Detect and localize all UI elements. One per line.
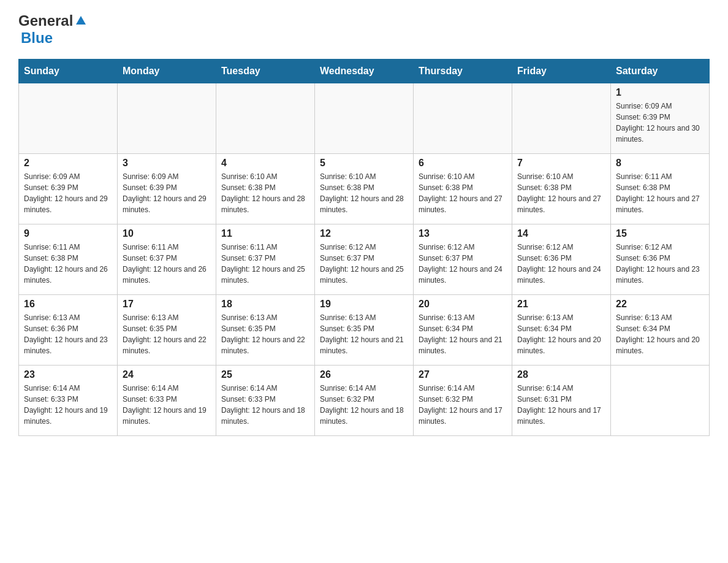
calendar-cell: 8Sunrise: 6:11 AMSunset: 6:38 PMDaylight…	[611, 154, 710, 224]
calendar-cell	[611, 366, 710, 436]
day-info: Sunrise: 6:12 AMSunset: 6:37 PMDaylight:…	[419, 242, 507, 286]
day-number: 12	[320, 228, 408, 239]
day-info: Sunrise: 6:10 AMSunset: 6:38 PMDaylight:…	[419, 171, 507, 215]
day-info: Sunrise: 6:13 AMSunset: 6:35 PMDaylight:…	[221, 312, 309, 356]
day-info: Sunrise: 6:11 AMSunset: 6:38 PMDaylight:…	[616, 171, 704, 215]
calendar-cell	[315, 83, 414, 154]
day-number: 9	[24, 228, 112, 239]
day-info: Sunrise: 6:12 AMSunset: 6:37 PMDaylight:…	[320, 242, 408, 286]
day-info: Sunrise: 6:11 AMSunset: 6:37 PMDaylight:…	[221, 242, 309, 286]
calendar-cell: 16Sunrise: 6:13 AMSunset: 6:36 PMDayligh…	[19, 295, 118, 366]
calendar-cell: 25Sunrise: 6:14 AMSunset: 6:33 PMDayligh…	[216, 366, 315, 436]
calendar-cell: 11Sunrise: 6:11 AMSunset: 6:37 PMDayligh…	[216, 224, 315, 295]
day-number: 28	[517, 369, 605, 380]
calendar-cell: 26Sunrise: 6:14 AMSunset: 6:32 PMDayligh…	[315, 366, 414, 436]
day-info: Sunrise: 6:14 AMSunset: 6:32 PMDaylight:…	[419, 383, 507, 427]
header-monday: Monday	[118, 59, 216, 83]
day-info: Sunrise: 6:12 AMSunset: 6:36 PMDaylight:…	[616, 242, 704, 286]
calendar-cell: 28Sunrise: 6:14 AMSunset: 6:31 PMDayligh…	[512, 366, 611, 436]
day-info: Sunrise: 6:14 AMSunset: 6:33 PMDaylight:…	[24, 383, 112, 427]
day-number: 10	[123, 228, 211, 239]
day-number: 3	[123, 158, 211, 169]
day-number: 8	[616, 158, 704, 169]
day-number: 15	[616, 228, 704, 239]
calendar-cell: 3Sunrise: 6:09 AMSunset: 6:39 PMDaylight…	[118, 154, 216, 224]
calendar-body: 1Sunrise: 6:09 AMSunset: 6:39 PMDaylight…	[19, 83, 710, 436]
day-info: Sunrise: 6:14 AMSunset: 6:33 PMDaylight:…	[123, 383, 211, 427]
calendar-cell: 18Sunrise: 6:13 AMSunset: 6:35 PMDayligh…	[216, 295, 315, 366]
calendar-cell: 23Sunrise: 6:14 AMSunset: 6:33 PMDayligh…	[19, 366, 118, 436]
day-number: 22	[616, 299, 704, 310]
day-number: 7	[517, 158, 605, 169]
day-number: 1	[616, 87, 704, 98]
calendar-cell: 7Sunrise: 6:10 AMSunset: 6:38 PMDaylight…	[512, 154, 611, 224]
day-number: 25	[221, 369, 309, 380]
calendar-cell	[414, 83, 512, 154]
day-number: 11	[221, 228, 309, 239]
day-info: Sunrise: 6:09 AMSunset: 6:39 PMDaylight:…	[24, 171, 112, 215]
calendar-cell: 14Sunrise: 6:12 AMSunset: 6:36 PMDayligh…	[512, 224, 611, 295]
day-info: Sunrise: 6:10 AMSunset: 6:38 PMDaylight:…	[221, 171, 309, 215]
day-number: 17	[123, 299, 211, 310]
day-info: Sunrise: 6:09 AMSunset: 6:39 PMDaylight:…	[123, 171, 211, 215]
calendar-week-5: 23Sunrise: 6:14 AMSunset: 6:33 PMDayligh…	[19, 366, 710, 436]
logo-triangle-icon	[75, 15, 86, 28]
calendar-cell	[512, 83, 611, 154]
day-number: 4	[221, 158, 309, 169]
day-info: Sunrise: 6:14 AMSunset: 6:33 PMDaylight:…	[221, 383, 309, 427]
logo-blue-text: Blue	[21, 29, 53, 46]
svg-marker-0	[76, 16, 86, 25]
calendar-cell	[118, 83, 216, 154]
header-thursday: Thursday	[414, 59, 512, 83]
day-info: Sunrise: 6:10 AMSunset: 6:38 PMDaylight:…	[320, 171, 408, 215]
calendar-cell: 27Sunrise: 6:14 AMSunset: 6:32 PMDayligh…	[414, 366, 512, 436]
calendar-cell: 20Sunrise: 6:13 AMSunset: 6:34 PMDayligh…	[414, 295, 512, 366]
day-info: Sunrise: 6:10 AMSunset: 6:38 PMDaylight:…	[517, 171, 605, 215]
calendar-cell: 9Sunrise: 6:11 AMSunset: 6:38 PMDaylight…	[19, 224, 118, 295]
day-number: 20	[419, 299, 507, 310]
day-number: 26	[320, 369, 408, 380]
calendar-cell: 5Sunrise: 6:10 AMSunset: 6:38 PMDaylight…	[315, 154, 414, 224]
calendar-cell: 12Sunrise: 6:12 AMSunset: 6:37 PMDayligh…	[315, 224, 414, 295]
day-info: Sunrise: 6:13 AMSunset: 6:34 PMDaylight:…	[419, 312, 507, 356]
day-info: Sunrise: 6:13 AMSunset: 6:35 PMDaylight:…	[320, 312, 408, 356]
day-info: Sunrise: 6:11 AMSunset: 6:37 PMDaylight:…	[123, 242, 211, 286]
header-saturday: Saturday	[611, 59, 710, 83]
day-info: Sunrise: 6:13 AMSunset: 6:34 PMDaylight:…	[616, 312, 704, 356]
header-wednesday: Wednesday	[315, 59, 414, 83]
day-number: 14	[517, 228, 605, 239]
day-info: Sunrise: 6:12 AMSunset: 6:36 PMDaylight:…	[517, 242, 605, 286]
day-number: 13	[419, 228, 507, 239]
calendar-cell: 24Sunrise: 6:14 AMSunset: 6:33 PMDayligh…	[118, 366, 216, 436]
calendar-week-2: 2Sunrise: 6:09 AMSunset: 6:39 PMDaylight…	[19, 154, 710, 224]
calendar-cell: 22Sunrise: 6:13 AMSunset: 6:34 PMDayligh…	[611, 295, 710, 366]
day-number: 24	[123, 369, 211, 380]
header-friday: Friday	[512, 59, 611, 83]
weekday-header-row: Sunday Monday Tuesday Wednesday Thursday…	[19, 59, 710, 83]
header-sunday: Sunday	[19, 59, 118, 83]
logo-general-text: General	[18, 12, 73, 29]
page-header: General Blue	[18, 12, 710, 47]
day-info: Sunrise: 6:09 AMSunset: 6:39 PMDaylight:…	[616, 101, 704, 145]
calendar-cell: 6Sunrise: 6:10 AMSunset: 6:38 PMDaylight…	[414, 154, 512, 224]
day-info: Sunrise: 6:14 AMSunset: 6:32 PMDaylight:…	[320, 383, 408, 427]
calendar-cell: 2Sunrise: 6:09 AMSunset: 6:39 PMDaylight…	[19, 154, 118, 224]
day-number: 27	[419, 369, 507, 380]
day-info: Sunrise: 6:13 AMSunset: 6:35 PMDaylight:…	[123, 312, 211, 356]
calendar-cell: 13Sunrise: 6:12 AMSunset: 6:37 PMDayligh…	[414, 224, 512, 295]
calendar-table: Sunday Monday Tuesday Wednesday Thursday…	[18, 59, 710, 436]
calendar-cell: 21Sunrise: 6:13 AMSunset: 6:34 PMDayligh…	[512, 295, 611, 366]
calendar-cell: 17Sunrise: 6:13 AMSunset: 6:35 PMDayligh…	[118, 295, 216, 366]
day-info: Sunrise: 6:13 AMSunset: 6:36 PMDaylight:…	[24, 312, 112, 356]
calendar-cell: 10Sunrise: 6:11 AMSunset: 6:37 PMDayligh…	[118, 224, 216, 295]
day-number: 23	[24, 369, 112, 380]
calendar-cell	[19, 83, 118, 154]
calendar-week-1: 1Sunrise: 6:09 AMSunset: 6:39 PMDaylight…	[19, 83, 710, 154]
day-info: Sunrise: 6:13 AMSunset: 6:34 PMDaylight:…	[517, 312, 605, 356]
day-number: 2	[24, 158, 112, 169]
logo: General Blue	[18, 12, 86, 47]
header-tuesday: Tuesday	[216, 59, 315, 83]
calendar-week-3: 9Sunrise: 6:11 AMSunset: 6:38 PMDaylight…	[19, 224, 710, 295]
day-info: Sunrise: 6:14 AMSunset: 6:31 PMDaylight:…	[517, 383, 605, 427]
day-number: 5	[320, 158, 408, 169]
